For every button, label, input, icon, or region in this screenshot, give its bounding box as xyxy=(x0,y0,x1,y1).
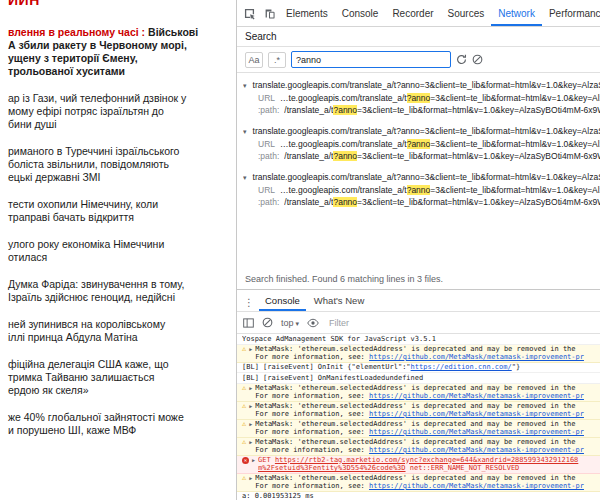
warning-text: MetaMask: 'ethereum.selectedAddress' is … xyxy=(255,420,595,429)
tab-performance-insights[interactable]: Performance ins xyxy=(542,1,600,26)
match-text: /translate_a/t?anno=3&client=te_lib&form… xyxy=(284,196,600,208)
search-match-line[interactable]: :path: /translate_a/t?anno=3&client=te_l… xyxy=(243,196,600,208)
search-highlight: ?anno xyxy=(333,105,357,115)
search-match-line[interactable]: URL …te.googleapis.com/translate_a/t?ann… xyxy=(243,92,600,104)
console-error-row[interactable]: GET https://rtb2-tag.marketio.com/sync?e… xyxy=(237,456,600,474)
console-warning-row[interactable]: MetaMask: 'ethereum.selectedAddress' is … xyxy=(237,438,600,456)
console-log-row[interactable]: [BL] [raiseEvent] OnManifestLoadedundefi… xyxy=(237,373,600,384)
headline[interactable]: же 40% глобальної зайнятості може и пору… xyxy=(8,411,230,437)
search-status: Search finished. Found 6 matching lines … xyxy=(237,271,600,289)
expand-arrow-icon[interactable] xyxy=(249,402,252,411)
tab-console[interactable]: Console xyxy=(335,1,386,26)
headline-live-updates[interactable]: влення в реальному часі : Військові А зб… xyxy=(8,26,230,78)
expand-arrow-icon[interactable] xyxy=(249,438,252,447)
search-result-file[interactable]: translate.googleapis.com/translate_a/t?a… xyxy=(243,79,600,92)
match-case-button[interactable]: Aa xyxy=(245,52,263,68)
refresh-search-icon[interactable] xyxy=(456,54,467,65)
chevron-expanded-icon[interactable] xyxy=(243,171,247,184)
tab-recorder[interactable]: Recorder xyxy=(385,1,440,26)
headline[interactable]: тести охопили Німеччину, коли траправі б… xyxy=(8,198,230,224)
chevron-expanded-icon[interactable] xyxy=(243,79,247,92)
console-link[interactable]: https://github.com/MetaMask/metamask-imp… xyxy=(369,428,584,436)
console-link[interactable]: https://github.com/MetaMask/metamask-imp… xyxy=(369,482,584,490)
search-input[interactable] xyxy=(291,51,451,68)
search-match-line[interactable]: URL …te.googleapis.com/translate_a/t?ann… xyxy=(243,138,600,150)
match-label: :path: xyxy=(258,104,279,116)
file-url: translate.googleapis.com/translate_a/t?a… xyxy=(253,125,600,138)
console-log-row[interactable]: Yospace AdManagement SDK for JavaScript … xyxy=(237,334,600,345)
console-warning-row[interactable]: MetaMask: 'ethereum.selectedAddress' is … xyxy=(237,474,600,492)
match-label: URL xyxy=(258,92,275,104)
console-link[interactable]: https://github.com/MetaMask/metamask-imp… xyxy=(369,392,584,400)
inspect-icon[interactable] xyxy=(239,3,259,23)
device-toolbar-icon[interactable] xyxy=(259,3,279,23)
cnn-logo-text: ИИН xyxy=(8,0,230,8)
live-expression-eye-icon[interactable] xyxy=(307,318,319,328)
match-text: …te.googleapis.com/translate_a/t?anno=3&… xyxy=(280,92,600,104)
search-result-file[interactable]: translate.googleapis.com/translate_a/t?a… xyxy=(243,171,600,184)
warning-icon xyxy=(242,384,246,393)
error-text: net::ERR_NAME_NOT_RESOLVED xyxy=(406,464,520,472)
error-link[interactable]: https://rtb2-tag.marketio.com/sync?excha… xyxy=(275,456,578,464)
search-highlight: ?anno xyxy=(333,151,357,161)
console-filter-input[interactable] xyxy=(327,317,421,329)
console-warning-row[interactable]: MetaMask: 'ethereum.selectedAddress' is … xyxy=(237,420,600,438)
search-match-line[interactable]: :path: /translate_a/t?anno=3&client=te_l… xyxy=(243,104,600,116)
console-link[interactable]: https://edition.cnn.com/ xyxy=(411,363,512,371)
console-link[interactable]: https://github.com/MetaMask/metamask-imp… xyxy=(369,446,584,454)
match-label: :path: xyxy=(258,196,279,208)
error-message: GET https://rtb2-tag.marketio.com/sync?e… xyxy=(258,456,595,473)
drawer-tab-console[interactable]: Console xyxy=(259,291,306,311)
match-label: :path: xyxy=(258,150,279,162)
devtools-tabbar: Elements Console Recorder Sources Networ… xyxy=(237,0,600,27)
context-selector[interactable]: top xyxy=(281,318,299,328)
expand-arrow-icon[interactable] xyxy=(249,345,252,354)
more-tabs-icon[interactable] xyxy=(241,292,257,310)
warning-message: MetaMask: 'ethereum.selectedAddress' is … xyxy=(255,438,595,455)
tab-network[interactable]: Network xyxy=(491,1,542,26)
warning-text: MetaMask: 'ethereum.selectedAddress' is … xyxy=(255,402,595,411)
expand-arrow-icon[interactable] xyxy=(249,420,252,429)
console-log-row[interactable]: [BL] [raiseEvent] OnInit {"elementUrl":"… xyxy=(237,363,600,374)
headline[interactable]: риманого в Туреччині ізраїльського боліс… xyxy=(8,145,230,184)
cnn-logo[interactable]: ИИН xyxy=(8,0,230,10)
clear-console-icon[interactable] xyxy=(262,317,273,328)
drawer-tab-whats-new[interactable]: What's New xyxy=(308,291,370,311)
console-warning-row[interactable]: MetaMask: 'ethereum.selectedAddress' is … xyxy=(237,402,600,420)
clear-search-icon[interactable] xyxy=(472,54,483,65)
expand-arrow-icon[interactable] xyxy=(249,474,252,483)
match-label: URL xyxy=(258,184,275,196)
console-link[interactable]: https://github.com/MetaMask/metamask-imp… xyxy=(369,410,584,418)
regex-button[interactable]: .* xyxy=(268,52,286,68)
warning-message: MetaMask: 'ethereum.selectedAddress' is … xyxy=(255,474,595,491)
match-label: URL xyxy=(258,138,275,150)
search-result-group: translate.googleapis.com/translate_a/t?a… xyxy=(243,171,600,208)
console-sidebar-icon[interactable] xyxy=(243,318,254,328)
search-result-group: translate.googleapis.com/translate_a/t?a… xyxy=(243,79,600,116)
headline[interactable]: фіційна делегація США каже, що тримка Та… xyxy=(8,358,230,397)
search-match-line[interactable]: :path: /translate_a/t?anno=3&client=te_l… xyxy=(243,150,600,162)
console-log-row[interactable]: a: 0.001953125 ms xyxy=(237,492,600,500)
chevron-expanded-icon[interactable] xyxy=(243,125,247,138)
console-warning-row[interactable]: MetaMask: 'ethereum.selectedAddress' is … xyxy=(237,384,600,402)
search-match-line[interactable]: URL …te.googleapis.com/translate_a/t?ann… xyxy=(243,184,600,196)
expand-arrow-icon[interactable] xyxy=(252,456,255,465)
console-warning-row[interactable]: MetaMask: 'ethereum.selectedAddress' is … xyxy=(237,345,600,363)
headline[interactable]: улого року економіка Німеччини отилася xyxy=(8,238,230,264)
headline[interactable]: Думка Фаріда: звинувачення в тому, Ізраї… xyxy=(8,278,230,304)
drawer-tabbar: Console What's New xyxy=(237,290,600,312)
news-page: ИИН влення в реальному часі : Військові … xyxy=(0,0,236,500)
tab-sources[interactable]: Sources xyxy=(441,1,492,26)
headline[interactable]: ней зупинився на королівському іллі прин… xyxy=(8,318,230,344)
log-text: [BL] [raiseEvent] OnInit {"elementUrl":"… xyxy=(242,363,595,373)
expand-arrow-icon[interactable] xyxy=(249,384,252,393)
headline[interactable]: ар із Гази, чий телефонний дзвінок у мом… xyxy=(8,92,230,131)
search-result-file[interactable]: translate.googleapis.com/translate_a/t?a… xyxy=(243,125,600,138)
log-text: a: 0.001953125 ms xyxy=(242,492,595,500)
chevron-down-icon xyxy=(296,318,300,328)
search-panel-title: Search xyxy=(237,27,600,47)
match-text: /translate_a/t?anno=3&client=te_lib&form… xyxy=(284,150,600,162)
error-link[interactable]: m%2Fsetuid%3Fentity%3D554%26code%3D xyxy=(258,464,406,472)
tab-elements[interactable]: Elements xyxy=(279,1,335,26)
console-link[interactable]: https://github.com/MetaMask/metamask-imp… xyxy=(369,353,584,361)
